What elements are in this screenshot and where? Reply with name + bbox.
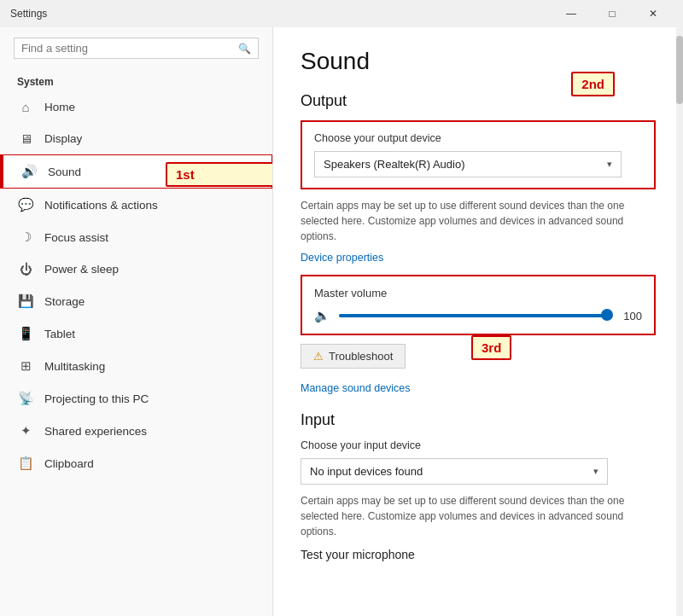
tablet-icon: 📱 <box>17 326 34 341</box>
manage-devices-link[interactable]: Manage sound devices <box>301 382 656 394</box>
sidebar-label-shared: Shared experiences <box>44 425 147 438</box>
device-properties-link[interactable]: Device properties <box>301 252 383 264</box>
sidebar-label-sound: Sound <box>48 166 81 178</box>
scrollbar[interactable] <box>676 27 683 616</box>
output-device-value: Speakers (Realtek(R) Audio) <box>324 158 464 171</box>
sidebar-label-focus: Focus assist <box>44 231 108 244</box>
minimize-button[interactable]: — <box>552 0 591 27</box>
sidebar-label-storage: Storage <box>44 295 85 308</box>
sidebar-item-projecting[interactable]: 📡 Projecting to this PC <box>0 382 272 415</box>
projecting-icon: 📡 <box>17 391 34 406</box>
annotation-second: 2nd <box>571 72 615 96</box>
slider-thumb <box>601 309 613 321</box>
sidebar-label-home: Home <box>44 101 75 113</box>
slider-fill <box>339 314 608 317</box>
sidebar-item-home[interactable]: ⌂ Home <box>0 91 272 123</box>
focus-icon: ☽ <box>17 230 34 245</box>
sidebar-label-projecting: Projecting to this PC <box>44 392 149 405</box>
volume-slider[interactable] <box>339 314 608 317</box>
sidebar-item-display[interactable]: 🖥 Display <box>0 123 272 154</box>
search-box[interactable]: 🔍 <box>14 38 259 59</box>
settings-window: Settings — □ ✕ 🔍 System ⌂ Home 🖥 Display <box>0 0 683 616</box>
sidebar-label-multitasking: Multitasking <box>44 360 105 373</box>
test-mic-label: Test your microphone <box>301 548 656 561</box>
main-panel: 2nd Sound Output Choose your output devi… <box>273 27 683 616</box>
shared-icon: ✦ <box>17 423 34 439</box>
volume-value: 100 <box>616 310 642 323</box>
master-volume-label: Master volume <box>314 287 642 299</box>
window-title: Settings <box>10 8 47 20</box>
troubleshoot-area: ⚠ Troubleshoot 3rd <box>301 344 406 377</box>
sidebar-item-power[interactable]: ⏻ Power & sleep <box>0 253 272 285</box>
sidebar-item-sound[interactable]: 🔊 Sound 1st <box>0 154 272 189</box>
main-content-area: 🔍 System ⌂ Home 🖥 Display 🔊 Sound 1st 💬 … <box>0 27 683 616</box>
sidebar-label-tablet: Tablet <box>44 328 75 340</box>
master-volume-box: Master volume 🔈 100 <box>301 275 656 335</box>
sidebar-item-notifications[interactable]: 💬 Notifications & actions <box>0 189 272 221</box>
clipboard-icon: 📋 <box>17 456 34 471</box>
sidebar-item-multitasking[interactable]: ⊞ Multitasking <box>0 350 272 382</box>
speaker-icon: 🔈 <box>314 308 330 323</box>
output-hint-text: Certain apps may be set up to use differ… <box>301 198 656 244</box>
notifications-icon: 💬 <box>17 197 34 212</box>
input-dropdown-arrow: ▾ <box>593 466 598 477</box>
input-device-value: No input devices found <box>310 465 423 478</box>
sidebar-item-tablet[interactable]: 📱 Tablet <box>0 317 272 350</box>
multitasking-icon: ⊞ <box>17 358 34 374</box>
choose-input-label: Choose your input device <box>301 439 656 451</box>
sidebar-item-shared[interactable]: ✦ Shared experiences <box>0 415 272 447</box>
search-input[interactable] <box>21 42 238 55</box>
sidebar-item-storage[interactable]: 💾 Storage <box>0 285 272 317</box>
scrollbar-thumb <box>676 36 683 104</box>
sidebar-item-focus[interactable]: ☽ Focus assist <box>0 221 272 253</box>
sound-icon: 🔊 <box>20 164 38 179</box>
annotation-first: 1st <box>166 162 273 187</box>
storage-icon: 💾 <box>17 293 34 309</box>
sidebar: 🔍 System ⌂ Home 🖥 Display 🔊 Sound 1st 💬 … <box>0 27 273 616</box>
power-icon: ⏻ <box>17 262 34 276</box>
window-controls: — □ ✕ <box>552 0 673 27</box>
annotation-third: 3rd <box>471 335 511 360</box>
output-device-dropdown[interactable]: Speakers (Realtek(R) Audio) ▾ <box>314 151 622 177</box>
sidebar-label-notifications: Notifications & actions <box>44 199 158 212</box>
close-button[interactable]: ✕ <box>633 0 673 27</box>
sidebar-section-system: System <box>0 69 272 91</box>
search-icon: 🔍 <box>238 43 251 55</box>
input-hint-text: Certain apps may be set up to use differ… <box>301 493 656 539</box>
sidebar-item-clipboard[interactable]: 📋 Clipboard <box>0 447 272 479</box>
input-device-dropdown[interactable]: No input devices found ▾ <box>301 458 608 485</box>
choose-output-label: Choose your output device <box>314 132 642 144</box>
volume-row: 🔈 100 <box>314 308 642 323</box>
sidebar-label-power: Power & sleep <box>44 263 119 276</box>
home-icon: ⌂ <box>17 100 34 114</box>
display-icon: 🖥 <box>17 131 34 146</box>
warning-icon: ⚠ <box>313 350 324 363</box>
titlebar: Settings — □ ✕ <box>0 0 683 27</box>
troubleshoot-label: Troubleshoot <box>329 350 393 363</box>
maximize-button[interactable]: □ <box>593 0 632 27</box>
output-device-box: Choose your output device Speakers (Real… <box>301 120 656 189</box>
output-dropdown-arrow: ▾ <box>607 159 612 170</box>
sidebar-label-display: Display <box>44 132 82 145</box>
sidebar-label-clipboard: Clipboard <box>44 457 94 470</box>
troubleshoot-button[interactable]: ⚠ Troubleshoot <box>301 344 406 369</box>
input-section-title: Input <box>301 411 656 429</box>
